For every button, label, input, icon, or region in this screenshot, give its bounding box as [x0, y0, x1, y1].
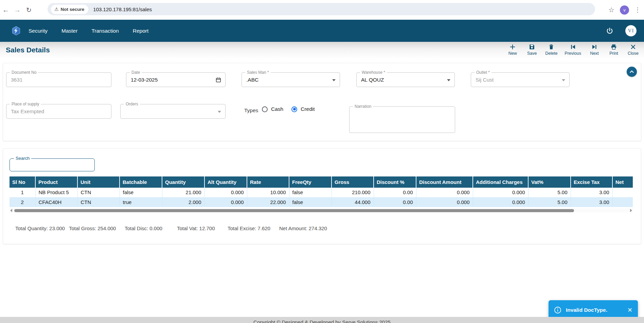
warning-icon: ⚠ — [54, 6, 59, 12]
place-of-supply-field: Place of supply Tax Exempted — [6, 104, 111, 119]
save-button[interactable]: Save — [526, 44, 538, 56]
close-icon — [630, 44, 637, 50]
url-text: 103.120.178.195:81/sales — [93, 6, 152, 12]
previous-button[interactable]: Previous — [565, 44, 581, 56]
toast-message: Invalid DocType. — [566, 307, 623, 313]
page-footer: Copyright © Designed & Developed by Serv… — [0, 317, 644, 323]
skip-forward-icon — [591, 44, 598, 50]
floppy-icon — [529, 44, 535, 50]
credit-radio[interactable] — [291, 106, 297, 112]
warehouse-select[interactable]: Warehouse * AL QOUZ — [356, 72, 455, 87]
scroll-left-icon[interactable] — [10, 209, 12, 212]
browser-forward-icon[interactable]: → — [12, 6, 23, 14]
calendar-icon[interactable] — [215, 77, 221, 83]
app-logo-icon[interactable] — [12, 26, 21, 35]
total-quantity: Total Quantity: 23.000 — [15, 225, 65, 231]
info-icon — [554, 306, 561, 314]
close-button[interactable]: Close — [627, 44, 639, 56]
print-button[interactable]: Print — [608, 44, 620, 56]
user-avatar[interactable]: VI — [625, 25, 637, 36]
types-radio-group: Cash Credit — [262, 106, 320, 112]
app-navbar: Security Master Transaction Report VI — [0, 20, 644, 42]
address-bar[interactable]: ⚠ Not secure 103.120.178.195:81/sales — [48, 3, 595, 15]
cash-radio[interactable] — [262, 106, 268, 112]
sales-header-form: Document No 3631 Date 12-03-2025 Sales M… — [3, 63, 641, 141]
total-disc: Total Disc: 0.000 — [125, 225, 162, 231]
col-header-discount-pct: Discount % — [374, 176, 416, 188]
browser-reload-icon[interactable]: ↻ — [23, 6, 35, 14]
col-header-net: Net — [612, 176, 633, 188]
chevron-down-icon — [562, 79, 565, 81]
horizontal-scrollbar[interactable] — [10, 208, 633, 213]
search-input[interactable] — [13, 159, 91, 170]
totals-row: Total Quantity: 23.000 Total Gross: 254.… — [3, 225, 641, 233]
browser-back-icon[interactable]: ← — [0, 6, 12, 14]
chevron-down-icon[interactable] — [332, 79, 336, 81]
col-header-rate: Rate — [247, 176, 289, 188]
col-header-additional-charges: Additional Charges — [473, 176, 528, 188]
grid-row-2[interactable]: 2 CFAC40H CTN true 2.000 0.000 22.000 fa… — [10, 197, 633, 207]
nav-item-master[interactable]: Master — [61, 28, 77, 34]
nav-item-report[interactable]: Report — [133, 28, 149, 34]
security-chip-label: Not secure — [61, 7, 85, 12]
scroll-right-icon[interactable] — [630, 209, 632, 212]
next-button[interactable]: Next — [588, 44, 601, 56]
nav-item-security[interactable]: Security — [29, 28, 48, 34]
types-label: Types — [244, 107, 258, 114]
search-field[interactable]: Search — [10, 158, 95, 171]
new-button[interactable]: New — [506, 44, 519, 56]
scrollbar-thumb[interactable] — [14, 209, 574, 212]
record-toolbar: New Save Delete Previous — [506, 44, 639, 56]
app-window: ← → ↻ ⚠ Not secure 103.120.178.195:81/sa… — [0, 0, 644, 323]
orders-select[interactable]: Orders — [120, 104, 226, 119]
browser-chrome: ← → ↻ ⚠ Not secure 103.120.178.195:81/sa… — [0, 0, 644, 20]
outlet-select: Outlet * Sij Cust — [471, 72, 570, 87]
narration-textarea[interactable]: Narration — [349, 106, 455, 133]
grid-header-row: Sl No Product Unit Batchable Quantity Al… — [10, 176, 633, 188]
col-header-excise-tax: Excise Tax — [571, 176, 612, 188]
plus-icon — [509, 44, 516, 50]
power-icon[interactable] — [606, 27, 614, 35]
cash-radio-label: Cash — [271, 106, 283, 112]
col-header-product: Product — [35, 176, 77, 188]
col-header-unit: Unit — [77, 176, 120, 188]
bookmark-star-icon[interactable]: ☆ — [608, 6, 614, 14]
chevron-up-icon — [629, 69, 634, 74]
skip-back-icon — [570, 44, 576, 50]
delete-button[interactable]: Delete — [545, 44, 557, 56]
printer-icon — [610, 44, 617, 50]
col-header-vat: Vat% — [528, 176, 571, 188]
sales-man-select[interactable]: Sales Man * .ABC — [242, 72, 340, 87]
nav-item-transaction[interactable]: Transaction — [91, 28, 119, 34]
security-chip[interactable]: ⚠ Not secure — [51, 5, 88, 14]
col-header-quantity: Quantity — [162, 176, 204, 188]
browser-avatar[interactable]: v — [620, 5, 629, 15]
col-header-freeqty: FreeQty — [289, 176, 332, 188]
col-header-gross: Gross — [332, 176, 374, 188]
lines-grid: Sl No Product Unit Batchable Quantity Al… — [10, 176, 633, 207]
document-no-field: Document No 3631 — [6, 72, 111, 87]
total-gross: Total Gross: 254.000 — [69, 225, 116, 231]
col-header-discount-amount: Discount Amount — [416, 176, 473, 188]
col-header-slno: Sl No — [10, 176, 35, 188]
chevron-down-icon[interactable] — [447, 79, 450, 81]
col-header-alt-quantity: Alt Quantity — [204, 176, 247, 188]
copyright-text: Copyright © Designed & Developed by Serv… — [253, 319, 391, 323]
credit-radio-label: Credit — [301, 106, 315, 112]
grid-row-1[interactable]: 1 NB Product 5 CTN false 21.000 0.000 10… — [10, 188, 633, 197]
browser-menu-icon[interactable]: ⋮ — [634, 6, 641, 14]
toast-close-icon[interactable]: ✕ — [627, 306, 632, 314]
trash-icon — [548, 44, 555, 50]
lines-grid-viewport: Sl No Product Unit Batchable Quantity Al… — [10, 176, 633, 207]
total-excise: Total Excise: 7.620 — [228, 225, 270, 231]
net-amount: Net Amount: 274.320 — [279, 225, 327, 231]
col-header-batchable: Batchable — [120, 176, 162, 188]
collapse-panel-button[interactable] — [627, 67, 637, 77]
sales-lines-panel: Search Sl No Product Unit Batchable — [3, 148, 641, 244]
chevron-down-icon[interactable] — [218, 111, 221, 113]
total-vat: Total Vat: 12.700 — [177, 225, 215, 231]
date-field[interactable]: Date 12-03-2025 — [126, 72, 226, 87]
page-title: Sales Details — [6, 46, 50, 54]
